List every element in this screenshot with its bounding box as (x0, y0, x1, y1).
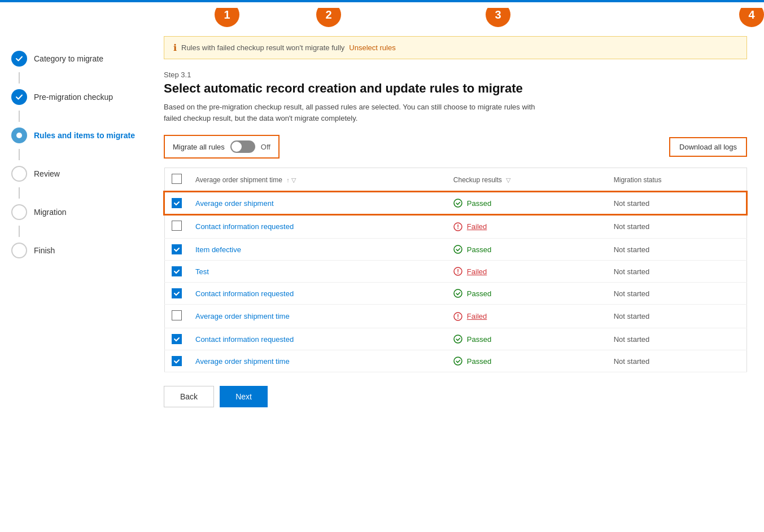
row-checkbox-cell[interactable] (164, 214, 189, 239)
migration-status-cell: Not started (607, 239, 746, 261)
sidebar-label-category: Category to migrate (34, 54, 103, 63)
rule-name-cell[interactable]: Item defective (189, 239, 447, 261)
checkup-result-cell: !Failed (447, 261, 607, 283)
migration-status-cell: Not started (607, 283, 746, 305)
passed-status: Passed (453, 199, 600, 208)
bottom-nav: Back Next (164, 386, 747, 407)
table-row: Contact information requestedPassedNot s… (164, 283, 746, 305)
svg-text:!: ! (457, 313, 459, 320)
rule-name-link[interactable]: Contact information requested (195, 222, 294, 231)
passed-status: Passed (453, 289, 600, 298)
unselect-rules-link[interactable]: Unselect rules (349, 43, 395, 52)
rule-name-cell[interactable]: Contact information requested (189, 328, 447, 350)
sidebar-icon-finish (11, 243, 27, 258)
checkup-result-cell: Passed (447, 350, 607, 372)
migrate-toggle[interactable] (230, 140, 255, 153)
failed-link[interactable]: Failed (467, 267, 487, 276)
row-checkbox[interactable] (172, 310, 182, 320)
toggle-state-label: Off (261, 143, 270, 151)
sidebar-item-category[interactable]: Category to migrate (11, 45, 136, 72)
sidebar-icon-premigration (11, 89, 27, 105)
col-name-label: Average order shipment time (195, 176, 282, 184)
step-description: Based on the pre-migration checkup resul… (164, 102, 548, 124)
row-checkbox[interactable] (172, 334, 182, 344)
migration-status-cell: Not started (607, 261, 746, 283)
step-label: Step 3.1 (164, 71, 747, 79)
annotation-3: 3 (486, 8, 510, 27)
rule-name-cell[interactable]: Average order shipment time (189, 305, 447, 328)
svg-point-9 (454, 335, 462, 343)
sidebar-icon-rules (11, 127, 27, 143)
sidebar-item-migration[interactable]: Migration (11, 199, 136, 226)
checkup-filter-icon[interactable]: ▽ (506, 177, 510, 184)
migration-status-cell: Not started (607, 328, 746, 350)
rule-name-link[interactable]: Item defective (195, 245, 241, 254)
sidebar-icon-review (11, 166, 27, 182)
rule-name-link[interactable]: Average order shipment time (195, 312, 290, 320)
table-row: Item defectivePassedNot started (164, 239, 746, 261)
sidebar-item-review[interactable]: Review (11, 160, 136, 187)
next-button[interactable]: Next (220, 386, 268, 407)
failed-status: !Failed (453, 312, 600, 321)
row-checkbox-cell[interactable] (164, 283, 189, 305)
row-checkbox[interactable] (172, 221, 182, 231)
rule-name-link[interactable]: Average order shipment time (195, 357, 290, 366)
sidebar-item-premigration[interactable]: Pre-migration checkup (11, 83, 136, 111)
toolbar-row: Migrate all rules Off Download all logs (164, 135, 747, 159)
failed-status: !Failed (453, 267, 600, 276)
migration-status-cell: Not started (607, 305, 746, 328)
svg-text:!: ! (457, 268, 459, 275)
failed-link[interactable]: Failed (467, 312, 487, 320)
sidebar-item-rules[interactable]: Rules and items to migrate (11, 122, 136, 149)
row-checkbox[interactable] (172, 288, 182, 298)
row-checkbox[interactable] (172, 244, 182, 254)
checkup-result-cell: Passed (447, 328, 607, 350)
rule-name-cell[interactable]: Average order shipment time (189, 350, 447, 372)
sidebar-icon-migration (11, 204, 27, 220)
failed-link[interactable]: Failed (467, 222, 487, 231)
rule-name-link[interactable]: Contact information requested (195, 289, 294, 298)
row-checkbox-cell[interactable] (164, 239, 189, 261)
row-checkbox-cell[interactable] (164, 350, 189, 372)
annotation-4: 4 (739, 8, 764, 27)
svg-point-0 (454, 199, 462, 207)
sort-filter-icons[interactable]: ↑ ▽ (286, 177, 296, 184)
row-checkbox[interactable] (172, 198, 182, 208)
rule-name-cell[interactable]: Contact information requested (189, 283, 447, 305)
rule-name-cell[interactable]: Average order shipment (189, 192, 447, 214)
row-checkbox-cell[interactable] (164, 305, 189, 328)
checkup-result-cell: !Failed (447, 214, 607, 239)
checkup-result-cell: Passed (447, 283, 607, 305)
checkup-result-cell: Passed (447, 192, 607, 214)
download-logs-button[interactable]: Download all logs (669, 137, 747, 157)
rule-name-link[interactable]: Test (195, 267, 209, 276)
col-migration-header: Migration status (607, 168, 746, 192)
svg-point-6 (454, 289, 462, 297)
rule-name-cell[interactable]: Contact information requested (189, 214, 447, 239)
back-button[interactable]: Back (164, 386, 214, 407)
row-checkbox-cell[interactable] (164, 261, 189, 283)
checkup-result-cell: !Failed (447, 305, 607, 328)
col-checkup-label: Checkup results (453, 176, 502, 184)
table-row: Average order shipmentPassedNot started (164, 192, 746, 214)
passed-status: Passed (453, 357, 600, 366)
passed-status: Passed (453, 335, 600, 344)
sidebar-item-finish[interactable]: Finish (11, 237, 136, 264)
rule-name-link[interactable]: Contact information requested (195, 335, 294, 344)
row-checkbox[interactable] (172, 356, 182, 366)
rule-name-cell[interactable]: Test (189, 261, 447, 283)
annotation-2: 2 (316, 8, 341, 27)
select-all-header[interactable] (164, 168, 189, 192)
table-row: Contact information requested!FailedNot … (164, 214, 746, 239)
migration-status-cell: Not started (607, 192, 746, 214)
rule-name-link[interactable]: Average order shipment (195, 199, 274, 208)
row-checkbox[interactable] (172, 266, 182, 276)
table-row: Contact information requestedPassedNot s… (164, 328, 746, 350)
migrate-all-label: Migrate all rules (173, 143, 225, 151)
row-checkbox-cell[interactable] (164, 192, 189, 214)
sidebar-label-review: Review (34, 169, 60, 178)
table-row: Test!FailedNot started (164, 261, 746, 283)
row-checkbox-cell[interactable] (164, 328, 189, 350)
table-row: Average order shipment timePassedNot sta… (164, 350, 746, 372)
select-all-checkbox[interactable] (172, 174, 182, 184)
